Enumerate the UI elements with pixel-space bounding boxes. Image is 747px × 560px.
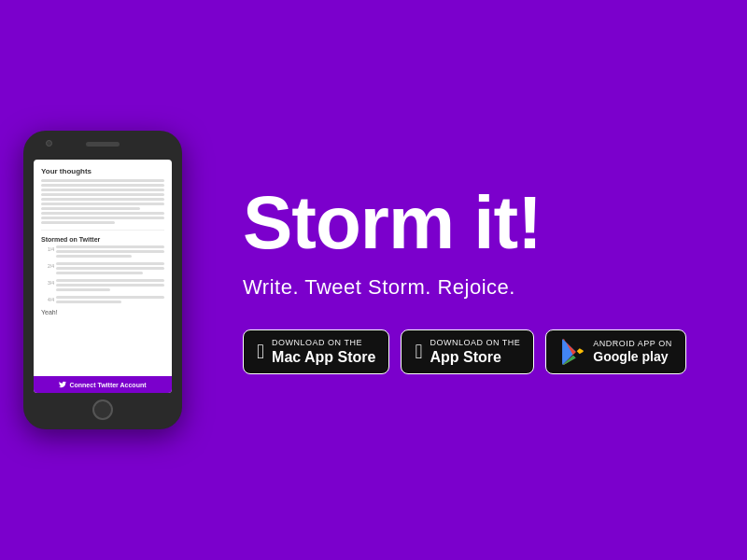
tweet-lines (56, 296, 164, 305)
text-line (56, 284, 164, 287)
text-line (56, 255, 132, 258)
google-play-small-label: ANDROID APP ON (593, 339, 671, 349)
tweet-row: 3/4 (41, 279, 164, 293)
tweet-num: 4/4 (41, 297, 54, 302)
mac-store-big-label: Mac App Store (272, 348, 375, 366)
store-buttons-container:  Download on the Mac App Store  Downlo… (243, 329, 686, 374)
text-line (41, 221, 115, 224)
app-store-small-label: Download on the (430, 338, 521, 348)
yeah-label: Yeah! (41, 309, 164, 315)
tweet-row: 4/4 (41, 296, 164, 305)
mac-store-small-label: Download on the (272, 338, 375, 348)
phone-home-button (92, 399, 113, 420)
phone-speaker (86, 142, 120, 147)
tweet-lines (56, 262, 164, 276)
tweet-lines (56, 245, 164, 259)
phone-screen: Your thoughts Stormed on Twitter (34, 160, 172, 393)
phone-frame: Your thoughts Stormed on Twitter (23, 131, 182, 429)
connect-btn-label: Connect Twitter Account (69, 382, 146, 388)
tweet-num: 2/4 (41, 263, 54, 269)
text-lines-block (41, 179, 164, 224)
text-line (41, 203, 164, 205)
text-line (56, 267, 164, 270)
hero-title: Storm it! (243, 186, 542, 260)
divider (41, 230, 164, 231)
text-line (41, 179, 164, 182)
text-line (41, 198, 164, 201)
google-play-text: ANDROID APP ON Google play (593, 339, 671, 365)
phone-camera (46, 140, 52, 147)
text-line (56, 296, 164, 299)
text-line (56, 279, 164, 282)
stormed-on-twitter-label: Stormed on Twitter (41, 236, 164, 243)
tweet-row: 2/4 (41, 262, 164, 276)
google-play-icon (559, 339, 585, 365)
twitter-icon (59, 381, 66, 388)
text-line (56, 262, 164, 265)
tweet-num: 1/4 (41, 246, 54, 252)
google-play-big-label: Google play (593, 349, 671, 365)
screen-content: Your thoughts Stormed on Twitter (34, 160, 172, 376)
phone-top-bar (29, 138, 176, 158)
google-play-button[interactable]: ANDROID APP ON Google play (545, 329, 685, 374)
apple-icon-mac:  (257, 340, 264, 364)
connect-twitter-button[interactable]: Connect Twitter Account (34, 376, 172, 393)
text-line (41, 184, 164, 187)
text-line (56, 288, 110, 291)
text-line (41, 189, 164, 191)
hero-section: Storm it! Write. Tweet Storm. Rejoice. … (205, 0, 747, 560)
mac-app-store-button[interactable]:  Download on the Mac App Store (243, 329, 389, 374)
phone-bottom (29, 397, 176, 422)
text-line (41, 217, 164, 219)
tweet-lines (56, 279, 164, 293)
text-line (41, 212, 164, 215)
app-store-button[interactable]:  Download on the App Store (401, 329, 534, 374)
text-line (56, 245, 164, 248)
app-store-text: Download on the App Store (430, 338, 521, 366)
your-thoughts-label: Your thoughts (41, 167, 164, 175)
tweet-row: 1/4 (41, 245, 164, 259)
app-store-big-label: App Store (430, 348, 521, 366)
hero-subtitle: Write. Tweet Storm. Rejoice. (243, 275, 515, 300)
text-line (56, 272, 143, 274)
apple-icon-ios:  (415, 340, 422, 364)
text-line (41, 207, 140, 210)
mac-store-text: Download on the Mac App Store (272, 338, 375, 366)
phone-mockup: Your thoughts Stormed on Twitter (0, 0, 205, 560)
tweet-num: 3/4 (41, 280, 54, 286)
text-line (56, 301, 121, 303)
text-line (56, 250, 164, 253)
text-line (41, 193, 164, 196)
